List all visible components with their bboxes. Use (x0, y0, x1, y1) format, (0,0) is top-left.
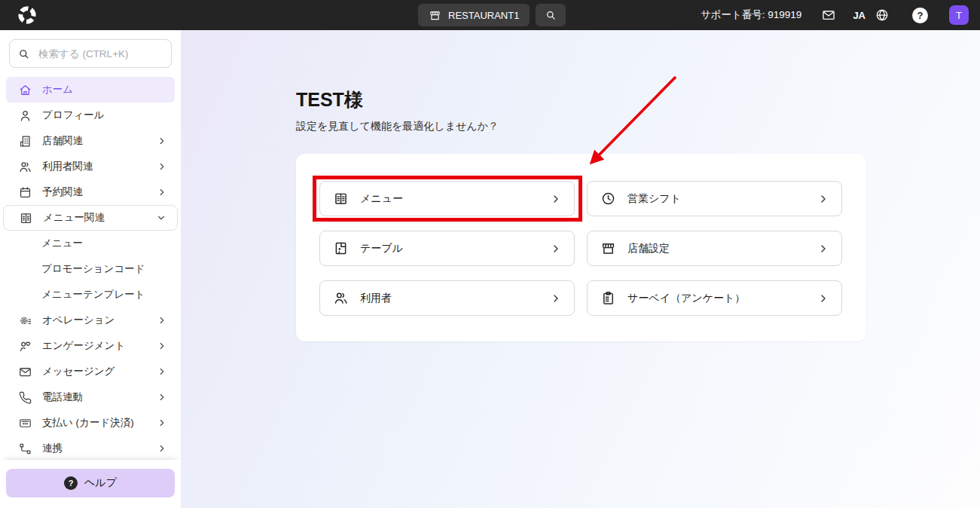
sidebar-item-label: 予約関連 (42, 185, 157, 199)
chevron-right-icon (157, 418, 167, 428)
chevron-right-icon (550, 292, 562, 304)
topbar-right-group: サポート番号: 919919 JA ? T (701, 0, 969, 30)
sidebar-item-engagement[interactable]: エンゲージメント (6, 333, 175, 359)
sidebar-item-home[interactable]: ホーム (6, 77, 175, 103)
quick-settings-card: メニュー (296, 154, 866, 341)
sidebar-item-label: 支払い (カード決済) (42, 416, 157, 430)
sidebar-item-label: オペレーション (42, 314, 157, 327)
help-button[interactable]: ? ヘルプ (6, 469, 175, 497)
chevron-right-icon (157, 443, 167, 454)
sidebar-subitem-label: メニューテンプレート (41, 288, 145, 301)
sidebar-subitem-label: メニュー (41, 237, 83, 250)
credit-card-icon (18, 416, 32, 430)
chevron-right-icon (157, 136, 167, 146)
integration-icon (18, 442, 32, 456)
sidebar-search-box[interactable] (9, 39, 172, 68)
sidebar-item-reservation-related[interactable]: 予約関連 (6, 179, 175, 205)
tile-cell-business-shift: 営業シフト (587, 181, 842, 216)
home-icon (18, 83, 32, 97)
main-content: TEST様 設定を見直して機能を最適化しませんか？ メニュー (181, 30, 980, 508)
avatar[interactable]: T (949, 5, 969, 25)
menu-book-icon (333, 191, 349, 207)
sidebar-item-operation[interactable]: オペレーション (6, 308, 175, 333)
chevron-right-icon (817, 193, 829, 205)
chevron-right-icon (817, 292, 829, 304)
menu-book-icon (19, 211, 33, 225)
tile-cell-table: テーブル (319, 231, 575, 266)
building-icon (18, 134, 32, 148)
chevron-right-icon (157, 392, 167, 402)
survey-tile-button[interactable]: サーベイ（アンケート） (587, 280, 842, 316)
menu-tile-button[interactable]: メニュー (319, 181, 575, 216)
sidebar: ホーム プロフィール (0, 30, 181, 508)
sidebar-item-label: 連携 (42, 442, 157, 455)
chevron-down-icon (156, 213, 166, 223)
search-icon (17, 47, 30, 60)
tile-label: 店舗設定 (627, 242, 817, 256)
sidebar-item-user-related[interactable]: 利用者関連 (6, 154, 175, 179)
sidebar-item-label: ホーム (42, 83, 167, 96)
sidebar-item-messaging[interactable]: メッセージング (6, 359, 175, 384)
mail-icon (821, 8, 836, 23)
business-shift-tile-button[interactable]: 営業シフト (587, 181, 842, 216)
users-icon (18, 160, 32, 174)
chevron-right-icon (157, 341, 167, 351)
sidebar-subitem-menu-template[interactable]: メニューテンプレート (6, 282, 175, 308)
chevron-right-icon (817, 243, 829, 255)
sidebar-item-integration[interactable]: 連携 (6, 436, 175, 460)
table-tile-button[interactable]: テーブル (319, 231, 575, 266)
store-settings-tile-button[interactable]: 店舗設定 (587, 231, 842, 266)
sidebar-item-label: メニュー関連 (43, 211, 156, 225)
app-window: RESTAURANT1 サポート番号: 919919 JA (0, 0, 980, 508)
sidebar-subitem-promotion-code[interactable]: プロモーションコード (6, 256, 175, 282)
sidebar-subitem-menu[interactable]: メニュー (6, 231, 175, 256)
chevron-right-icon (550, 243, 562, 255)
mail-button[interactable] (821, 8, 836, 23)
chevron-right-icon (550, 193, 562, 205)
tile-label: テーブル (360, 242, 550, 256)
calendar-icon (18, 185, 32, 200)
storefront-icon (600, 240, 616, 256)
sidebar-item-label: プロフィール (42, 109, 167, 122)
language-label[interactable]: JA (853, 10, 866, 21)
brand-logo-icon[interactable] (17, 5, 38, 26)
mail-icon (18, 365, 32, 379)
sidebar-item-label: エンゲージメント (42, 339, 157, 353)
search-icon (545, 9, 557, 21)
tile-cell-survey: サーベイ（アンケート） (587, 280, 842, 316)
chevron-right-icon (157, 187, 167, 197)
sidebar-footer: ? ヘルプ (0, 460, 181, 508)
help-icon[interactable]: ? (912, 8, 928, 23)
chevron-right-icon (157, 366, 167, 377)
users-tile-button[interactable]: 利用者 (319, 280, 575, 316)
chevron-right-icon (157, 315, 167, 326)
tile-grid: メニュー (319, 181, 842, 316)
sidebar-item-label: メッセージング (42, 365, 157, 378)
storefront-icon (429, 9, 441, 22)
sidebar-item-store-related[interactable]: 店舗関連 (6, 128, 175, 154)
sidebar-item-label: 電話連動 (42, 390, 157, 404)
sidebar-item-phone-integration[interactable]: 電話連動 (6, 384, 175, 410)
chevron-right-icon (157, 161, 167, 172)
clipboard-icon (600, 290, 616, 306)
page-subtitle: 設定を見直して機能を最適化しませんか？ (296, 120, 980, 133)
language-globe-button[interactable] (875, 8, 890, 23)
search-input[interactable] (37, 47, 163, 60)
sidebar-item-profile[interactable]: プロフィール (6, 103, 175, 128)
sidebar-item-menu-related[interactable]: メニュー関連 (3, 205, 178, 231)
top-bar: RESTAURANT1 サポート番号: 919919 JA (0, 0, 980, 30)
tile-cell-users: 利用者 (319, 280, 575, 316)
gear-list-icon (18, 314, 32, 328)
topbar-search-button[interactable] (536, 4, 566, 26)
restaurant-selector-button[interactable]: RESTAURANT1 (418, 4, 530, 26)
sidebar-item-label: 利用者関連 (42, 160, 157, 173)
tile-label: 営業シフト (627, 192, 817, 206)
sidebar-item-payment[interactable]: 支払い (カード決済) (6, 410, 175, 436)
phone-icon (18, 390, 32, 405)
sidebar-subitem-label: プロモーションコード (41, 262, 145, 276)
tile-label: メニュー (360, 192, 550, 206)
tile-cell-store-settings: 店舗設定 (587, 231, 842, 266)
help-button-label: ヘルプ (84, 476, 117, 490)
tile-cell-menu: メニュー (319, 181, 575, 216)
help-circle-icon: ? (64, 476, 78, 490)
